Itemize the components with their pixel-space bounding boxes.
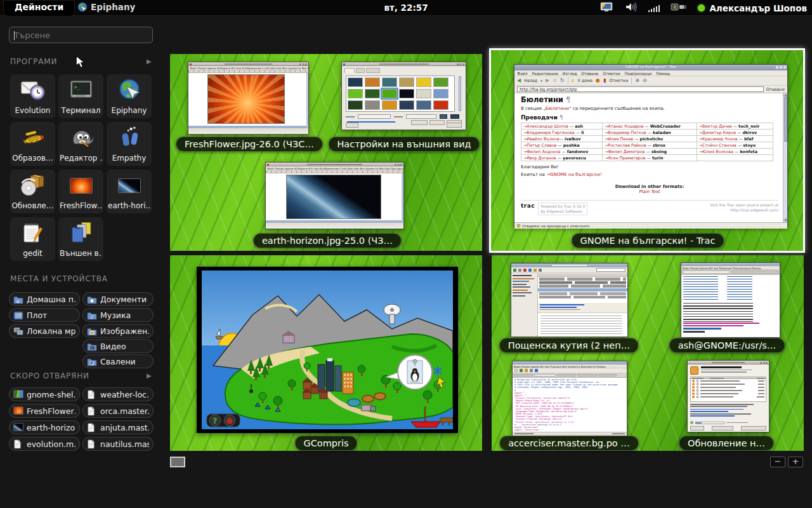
help-button[interactable]: ? — [213, 416, 218, 425]
wallpaper-options[interactable] — [346, 114, 459, 119]
wallpaper-thumbnail[interactable] — [365, 89, 380, 98]
forward-icon[interactable]: ▶ — [546, 78, 549, 83]
terminal-tabs[interactable] — [681, 270, 780, 275]
message-list-pane[interactable] — [538, 274, 627, 303]
back-icon[interactable]: ◀ — [517, 78, 521, 83]
search-input[interactable] — [14, 29, 147, 41]
recent-item-anjuta[interactable]: anjuta.mast… — [82, 420, 154, 434]
window-label[interactable]: GNOME на български! - Trac — [572, 233, 724, 248]
home-label[interactable]: У дома — [578, 78, 593, 83]
place-desktop[interactable]: Плот — [9, 308, 80, 322]
menu-item[interactable]: Помощ — [656, 71, 670, 76]
browser-toolbar[interactable]: ◀ Назад ▼ ▶ ⊘ ↻ ⌂ У дома ● ▮ Отметки ⊕ ⊖ — [514, 76, 787, 86]
activities-button[interactable]: Дейности — [4, 0, 74, 16]
browser-menubar[interactable]: ФайлРедактиранеИзгледОтиванеОтметкиПодпр… — [514, 70, 787, 76]
workspace-4[interactable]: Пощенска кутия (2 неп… Файл Редактиране … — [492, 255, 804, 451]
window-label[interactable]: GCompris — [294, 436, 357, 451]
network-signal-icon[interactable] — [648, 4, 660, 12]
app-freshflower-image[interactable]: FreshFlow… — [58, 170, 103, 213]
window-label[interactable]: Пощенска кутия (2 неп… — [499, 338, 639, 353]
reload-icon[interactable]: ↻ — [560, 78, 565, 83]
app-gimp[interactable]: Редактор … — [58, 122, 103, 166]
workspace-3[interactable]: ? GCompris — [170, 255, 482, 451]
place-home[interactable]: ⌂ Домашна п… — [9, 292, 80, 306]
wallpaper-thumbnail[interactable] — [365, 77, 380, 87]
window-gedit-po[interactable]: Файл Редактиране Изглед Търсене Инструме… — [512, 361, 627, 436]
user-menu[interactable]: Александър Шопов — [698, 3, 807, 13]
wallpaper-thumbnail[interactable] — [348, 77, 363, 87]
window-gimp-freshflower[interactable]: Файл Редактиране Избиране Изглед Изображ… — [188, 62, 309, 135]
wallpaper-thumbnail[interactable] — [348, 100, 363, 110]
back-label[interactable]: Назад — [524, 78, 537, 83]
terminal-content[interactable] — [681, 275, 780, 337]
volume-icon[interactable] — [625, 2, 638, 15]
wallpaper-thumbnail[interactable] — [399, 77, 414, 87]
remove-workspace-button[interactable]: − — [770, 457, 785, 467]
wallpaper-thumbnail[interactable] — [416, 77, 431, 87]
zoom-out-icon[interactable]: ⊖ — [643, 78, 647, 83]
update-list[interactable] — [690, 379, 766, 402]
wallpaper-thumbnail[interactable] — [433, 100, 449, 110]
battery-icon[interactable] — [671, 2, 687, 14]
wallpaper-thumbnail[interactable] — [382, 100, 397, 110]
update-buttons[interactable] — [690, 426, 766, 431]
wallpaper-thumbnail[interactable] — [399, 100, 414, 110]
recent-item-earth-horizon[interactable]: earth-horizo… — [9, 420, 80, 434]
clock[interactable]: вт, 22:57 — [384, 3, 428, 13]
place-local-network[interactable]: Локална мр… — [9, 324, 80, 338]
place-downloads[interactable]: ↓ Свалени — [82, 354, 154, 368]
browser-content[interactable]: Бюлетини ¶ В секция „Бюлетини“ са период… — [514, 93, 787, 222]
recent-item-gnome-shell[interactable]: gnome-shel… — [9, 387, 80, 401]
help-button[interactable] — [346, 123, 358, 128]
wallpaper-thumbnail[interactable] — [348, 89, 363, 98]
scrollbar[interactable]: ▲▼ — [783, 93, 787, 222]
window-buttons[interactable] — [776, 66, 786, 69]
window-label[interactable]: Настройки на външния вид — [328, 137, 480, 152]
url-input[interactable]: http://fsa-bg.org/project/gtp — [517, 86, 764, 92]
add-workspace-button[interactable]: + — [788, 457, 803, 467]
scrollbar[interactable] — [306, 73, 308, 128]
window-appearance-settings[interactable] — [341, 62, 466, 130]
place-pictures[interactable]: Изображен… — [82, 324, 154, 338]
zoom-in-icon[interactable]: ⊕ — [635, 78, 639, 83]
app-terminal[interactable]: >_ Терминал — [58, 74, 103, 118]
bookmarks-label[interactable]: Отметки — [609, 78, 628, 83]
wallpaper-thumbnail[interactable] — [416, 100, 431, 110]
window-update-manager[interactable] — [687, 360, 769, 432]
programs-expander-icon[interactable]: ▶ — [147, 58, 152, 65]
preview-pane[interactable] — [538, 303, 627, 337]
place-music[interactable]: ♪ Музика — [82, 308, 154, 322]
wallpaper-thumbnail[interactable] — [433, 89, 449, 98]
app-evolution[interactable]: Evolution — [10, 74, 55, 118]
scrollbar[interactable] — [188, 126, 306, 128]
app-earth-image[interactable]: earth-hori… — [107, 170, 152, 213]
wallpaper-thumbnail[interactable] — [416, 89, 431, 98]
folder-tree-pane[interactable] — [511, 274, 538, 337]
window-gimp-earth[interactable]: Файл Редактиране Избиране Изглед Изображ… — [265, 162, 404, 229]
stop-icon[interactable]: ⊘ — [553, 78, 557, 83]
bulletin-link[interactable]: Бюлетини — [546, 106, 569, 111]
wallpaper-thumbnail[interactable] — [382, 77, 397, 87]
bookmark-icon[interactable]: ▮ — [603, 78, 606, 83]
window-label[interactable]: accerciser.master.bg.po … — [499, 436, 639, 451]
search-box[interactable] — [9, 27, 153, 43]
window-terminal[interactable]: Файл Редактиране Изглед Терминал Подпроз… — [681, 262, 780, 338]
gedit-tabs[interactable] — [513, 373, 627, 378]
team-link[interactable]: →GNOME на български! — [546, 172, 601, 177]
window-label[interactable]: ash@GNOME:/usr/s… — [669, 338, 785, 353]
menu-item[interactable]: Отиване — [581, 71, 598, 76]
place-documents[interactable]: Документи — [82, 292, 154, 306]
home-icon[interactable]: ⌂ — [572, 78, 575, 83]
menu-item[interactable]: Отметки — [603, 71, 620, 76]
po-editor-content[interactable]: # Bulgarian translation of accerciser po… — [513, 378, 627, 432]
place-videos[interactable]: Видео — [82, 339, 154, 353]
recent-item-evolution-po[interactable]: evolution.m… — [9, 437, 80, 451]
window-epiphany-trac[interactable]: GNOME на български! - Trac ФайлРедактира… — [514, 64, 788, 228]
plain-text-link[interactable]: Plain Text — [521, 189, 778, 194]
workspace-2-active[interactable]: GNOME на български! - Trac ФайлРедактира… — [489, 48, 805, 253]
scrollbar[interactable] — [266, 220, 402, 222]
app-empathy[interactable]: Empathy — [107, 122, 152, 166]
recent-item-weather-loc[interactable]: weather-loc… — [82, 387, 154, 401]
scrollbar[interactable] — [459, 76, 461, 111]
wallpaper-thumbnail[interactable] — [433, 77, 449, 87]
